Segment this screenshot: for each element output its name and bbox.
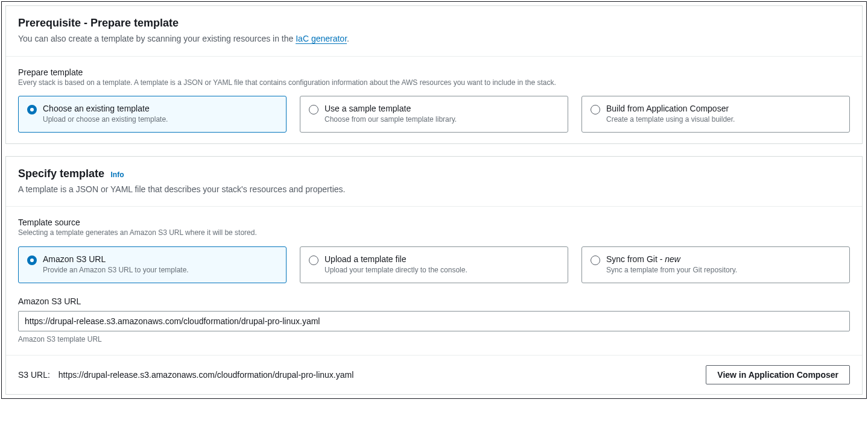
prepare-template-hint: Every stack is based on a template. A te… xyxy=(18,78,850,88)
section-prepare-template: Prepare template Every stack is based on… xyxy=(6,57,862,143)
option-title: Choose an existing template xyxy=(43,104,168,113)
option-choose-existing-template[interactable]: Choose an existing template Upload or ch… xyxy=(18,96,287,133)
panel-header-specify-template: Specify template Info A template is a JS… xyxy=(6,157,862,207)
radio-icon xyxy=(309,105,318,114)
radio-icon xyxy=(309,255,318,265)
prepare-template-options: Choose an existing template Upload or ch… xyxy=(18,96,850,133)
s3-url-hint: Amazon S3 template URL xyxy=(18,335,850,345)
s3-url-input[interactable] xyxy=(18,311,850,331)
option-title: Sync from Git - new xyxy=(606,254,737,264)
option-build-application-composer[interactable]: Build from Application Composer Create a… xyxy=(581,96,850,133)
panel-prerequisite: Prerequisite - Prepare template You can … xyxy=(5,5,863,144)
option-subtitle: Create a template using a visual builder… xyxy=(606,115,735,125)
info-link[interactable]: Info xyxy=(111,171,124,179)
section-template-source: Template source Selecting a template gen… xyxy=(6,207,862,355)
option-title: Use a sample template xyxy=(325,104,457,113)
option-title: Upload a template file xyxy=(325,254,467,264)
option-subtitle: Upload your template directly to the con… xyxy=(325,266,467,275)
radio-selected-icon xyxy=(27,105,37,114)
template-source-options: Amazon S3 URL Provide an Amazon S3 URL t… xyxy=(18,246,850,283)
option-subtitle: Upload or choose an existing template. xyxy=(43,115,168,125)
panel-header-prerequisite: Prerequisite - Prepare template You can … xyxy=(6,6,862,57)
option-title: Amazon S3 URL xyxy=(43,254,189,264)
radio-icon xyxy=(591,255,600,265)
option-subtitle: Provide an Amazon S3 URL to your templat… xyxy=(43,266,189,275)
option-title-prefix: Sync from Git - xyxy=(606,254,665,264)
prerequisite-desc-prefix: You can also create a template by scanni… xyxy=(18,34,296,43)
iac-generator-link[interactable]: IaC generator xyxy=(296,34,347,44)
prerequisite-desc-suffix: . xyxy=(347,34,349,43)
radio-icon xyxy=(591,105,600,114)
template-source-label: Template source xyxy=(18,218,850,227)
s3-url-label: Amazon S3 URL xyxy=(18,296,850,306)
option-subtitle: Choose from our sample template library. xyxy=(325,115,457,125)
specify-template-title: Specify template xyxy=(18,168,104,180)
option-subtitle: Sync a template from your Git repository… xyxy=(606,266,737,275)
s3-url-display: S3 URL: https://drupal-release.s3.amazon… xyxy=(18,370,353,380)
panel-footer: S3 URL: https://drupal-release.s3.amazon… xyxy=(6,355,862,394)
specify-template-description: A template is a JSON or YAML file that d… xyxy=(18,184,850,196)
prerequisite-title: Prerequisite - Prepare template xyxy=(18,17,179,29)
s3-url-display-value: https://drupal-release.s3.amazonaws.com/… xyxy=(59,370,353,380)
template-source-hint: Selecting a template generates an Amazon… xyxy=(18,228,850,238)
option-use-sample-template[interactable]: Use a sample template Choose from our sa… xyxy=(300,96,568,133)
radio-selected-icon xyxy=(27,255,37,265)
panel-specify-template: Specify template Info A template is a JS… xyxy=(5,156,863,395)
option-amazon-s3-url[interactable]: Amazon S3 URL Provide an Amazon S3 URL t… xyxy=(18,246,287,283)
prepare-template-label: Prepare template xyxy=(18,67,850,77)
option-sync-from-git[interactable]: Sync from Git - new Sync a template from… xyxy=(581,246,850,283)
option-upload-template-file[interactable]: Upload a template file Upload your templ… xyxy=(300,246,568,283)
option-title: Build from Application Composer xyxy=(606,104,735,113)
prerequisite-description: You can also create a template by scanni… xyxy=(18,33,850,45)
s3-url-display-label: S3 URL: xyxy=(18,370,50,380)
view-in-application-composer-button[interactable]: View in Application Composer xyxy=(706,365,850,384)
new-badge: new xyxy=(665,254,680,264)
